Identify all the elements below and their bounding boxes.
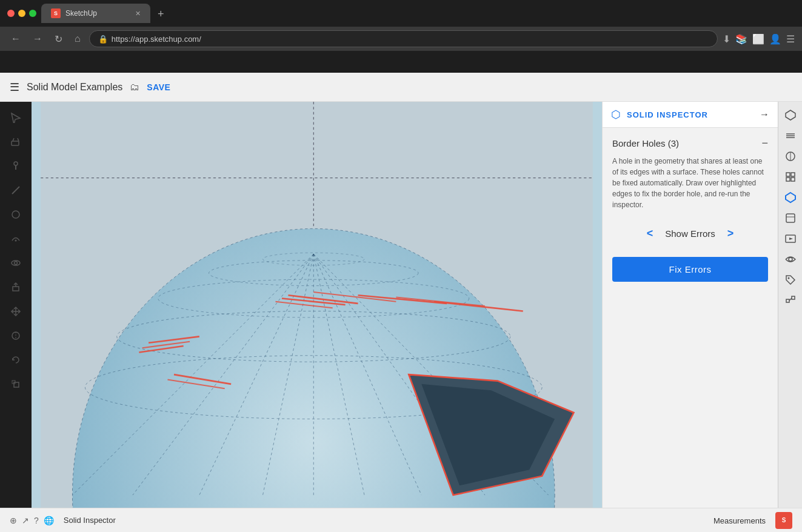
section-collapse-button[interactable]: − bbox=[761, 138, 768, 148]
svg-line-4 bbox=[12, 187, 19, 194]
svg-point-3 bbox=[14, 162, 18, 165]
move-tool[interactable] bbox=[5, 301, 27, 322]
browser-chrome: S SketchUp ✕ + ← → ↻ ⌂ 🔒 https://app.ske… bbox=[0, 0, 802, 51]
svg-rect-9 bbox=[13, 287, 19, 291]
next-error-button[interactable]: > bbox=[727, 227, 734, 240]
reload-button[interactable]: ↻ bbox=[51, 31, 66, 47]
scenes-icon[interactable] bbox=[782, 230, 799, 247]
svg-point-63 bbox=[789, 258, 792, 261]
folder-icon[interactable]: 🗂 bbox=[130, 82, 139, 93]
tags-icon[interactable] bbox=[782, 271, 799, 288]
3d-model-icon[interactable] bbox=[782, 107, 799, 124]
url-bar[interactable]: 🔒 https://app.sketchup.com/ bbox=[89, 30, 718, 47]
rotate-tool[interactable] bbox=[5, 349, 27, 371]
section-title: Border Holes (3) bbox=[612, 138, 679, 148]
scale-tool[interactable] bbox=[5, 373, 27, 395]
active-tab[interactable]: S SketchUp ✕ bbox=[41, 4, 150, 23]
back-button[interactable]: ← bbox=[7, 31, 24, 47]
description-text: A hole in the geometry that shares at le… bbox=[612, 156, 768, 210]
nav-icons: ⬇ 📚 ⬜ 👤 ☰ bbox=[723, 33, 795, 45]
left-toolbar bbox=[0, 102, 32, 508]
push-pull-tool[interactable] bbox=[5, 276, 27, 298]
panel-header: ⬡ SOLID INSPECTOR → bbox=[603, 102, 778, 128]
svg-rect-57 bbox=[791, 178, 795, 181]
far-right-icon-bar bbox=[778, 102, 802, 508]
shape-tool[interactable] bbox=[5, 204, 27, 225]
show-errors-row: < Show Errors > bbox=[612, 222, 768, 245]
minimize-window-button[interactable] bbox=[18, 10, 25, 17]
svg-rect-66 bbox=[792, 296, 795, 299]
browser-titlebar: S SketchUp ✕ + bbox=[0, 0, 802, 27]
main-layout: ⬡ SOLID INSPECTOR → Border Holes (3) − A… bbox=[0, 102, 802, 508]
canvas-area[interactable] bbox=[32, 102, 602, 508]
section-title-row: Border Holes (3) − bbox=[612, 138, 768, 148]
download-icon[interactable]: ⬇ bbox=[723, 33, 730, 45]
style-icon[interactable] bbox=[782, 148, 799, 165]
solid-inspector-icon: ⬡ bbox=[611, 108, 621, 121]
show-errors-label: Show Errors bbox=[665, 228, 715, 239]
hamburger-menu-icon[interactable]: ☰ bbox=[10, 81, 19, 94]
svg-point-5 bbox=[12, 211, 19, 218]
close-window-button[interactable] bbox=[7, 10, 15, 17]
tape-tool[interactable] bbox=[5, 325, 27, 347]
url-text: https://app.sketchup.com/ bbox=[112, 35, 201, 44]
svg-rect-54 bbox=[786, 173, 790, 176]
eraser-tool[interactable] bbox=[5, 131, 27, 153]
layers-icon[interactable] bbox=[782, 127, 799, 144]
svg-rect-14 bbox=[14, 382, 19, 387]
active-tool-label: Solid Inspector bbox=[64, 516, 116, 525]
svg-point-8 bbox=[15, 262, 18, 265]
materials-icon[interactable] bbox=[782, 210, 799, 227]
new-tab-button[interactable]: + bbox=[153, 5, 169, 23]
menu-icon[interactable]: ☰ bbox=[786, 33, 795, 45]
line-tool[interactable] bbox=[5, 179, 27, 201]
nav-bar: ← → ↻ ⌂ 🔒 https://app.sketchup.com/ ⬇ 📚 … bbox=[0, 27, 802, 51]
view-icon[interactable] bbox=[782, 251, 799, 268]
profile-icon[interactable]: 👤 bbox=[769, 33, 781, 45]
status-right: Measurements bbox=[713, 515, 766, 526]
tab-title: SketchUp bbox=[65, 9, 97, 18]
bookmarks-icon[interactable]: 📚 bbox=[735, 33, 747, 45]
status-bar: ⊕ ↗ ? 🌐 Solid Inspector Measurements S bbox=[0, 508, 802, 532]
tab-favicon: S bbox=[51, 8, 61, 18]
arc-tool[interactable] bbox=[5, 228, 27, 250]
svg-marker-62 bbox=[789, 238, 793, 240]
components-icon[interactable] bbox=[782, 168, 799, 185]
select-tool[interactable] bbox=[5, 107, 27, 128]
geo-location-icon[interactable]: ⊕ bbox=[10, 516, 17, 525]
help-icon[interactable]: ? bbox=[34, 516, 39, 525]
svg-rect-0 bbox=[12, 141, 19, 145]
svg-rect-59 bbox=[786, 214, 795, 222]
maximize-window-button[interactable] bbox=[29, 10, 36, 17]
measurements-label: Measurements bbox=[713, 516, 766, 525]
save-button[interactable]: SAVE bbox=[147, 82, 170, 92]
solid-inspector-panel: ⬡ SOLID INSPECTOR → Border Holes (3) − A… bbox=[602, 102, 778, 508]
app-title: Solid Model Examples bbox=[27, 82, 122, 93]
svg-point-6 bbox=[15, 240, 17, 242]
forward-button[interactable]: → bbox=[29, 31, 46, 47]
solid-inspector-bar-icon[interactable] bbox=[782, 189, 799, 206]
orbit-tool[interactable] bbox=[5, 252, 27, 274]
panel-body: Border Holes (3) − A hole in the geometr… bbox=[603, 128, 778, 508]
globe-icon[interactable]: 🌐 bbox=[44, 516, 54, 525]
sketchup-logo: S bbox=[775, 512, 792, 529]
extensions-icon[interactable] bbox=[782, 292, 799, 309]
panel-collapse-arrow[interactable]: → bbox=[760, 109, 769, 120]
paint-tool[interactable] bbox=[5, 155, 27, 177]
home-button[interactable]: ⌂ bbox=[71, 31, 84, 47]
status-icons: ⊕ ↗ ? 🌐 bbox=[10, 516, 54, 525]
app-toolbar: ☰ Solid Model Examples 🗂 SAVE bbox=[0, 73, 802, 102]
svg-point-64 bbox=[787, 278, 789, 279]
prev-error-button[interactable]: < bbox=[647, 227, 653, 240]
tab-close-button[interactable]: ✕ bbox=[135, 10, 141, 18]
walk-icon[interactable]: ↗ bbox=[22, 516, 29, 525]
svg-rect-56 bbox=[786, 178, 790, 181]
traffic-lights bbox=[7, 10, 36, 17]
svg-rect-55 bbox=[791, 173, 795, 176]
svg-marker-58 bbox=[786, 193, 795, 202]
tabs-icon[interactable]: ⬜ bbox=[752, 33, 764, 45]
fix-errors-button[interactable]: Fix Errors bbox=[612, 257, 768, 282]
svg-marker-49 bbox=[786, 110, 795, 120]
panel-title: SOLID INSPECTOR bbox=[627, 110, 754, 119]
svg-rect-65 bbox=[786, 299, 789, 302]
